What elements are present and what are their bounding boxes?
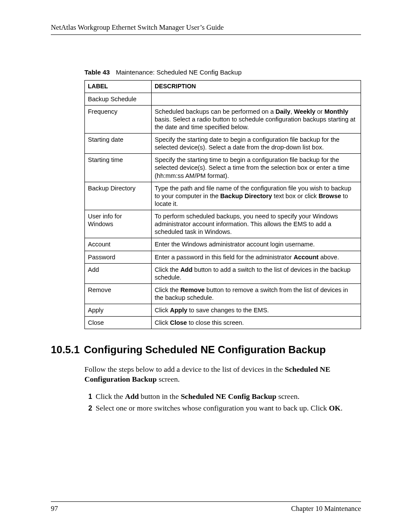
table-cell-label: Password xyxy=(85,251,152,263)
table-row: RemoveClick the Remove button to remove … xyxy=(85,283,361,304)
step-number: 2 xyxy=(84,404,92,412)
table-cell-description: To perform scheduled backups, you need t… xyxy=(152,210,361,238)
footer-rule xyxy=(51,501,361,502)
table-cell-label: Backup Schedule xyxy=(85,93,152,105)
table-cell-label: Apply xyxy=(85,304,152,317)
list-item: 1Click the Add button in the Scheduled N… xyxy=(84,392,361,401)
table-row: ApplyClick Apply to save changes to the … xyxy=(85,304,361,317)
table-cell-description: Click Apply to save changes to the EMS. xyxy=(152,304,361,317)
section-heading: 10.5.1Configuring Scheduled NE Configura… xyxy=(51,344,361,356)
table-row: Starting dateSpecify the starting date t… xyxy=(85,134,361,154)
step-text: Click the Add button in the Scheduled NE… xyxy=(96,392,299,401)
table-row: AddClick the Add button to add a switch … xyxy=(85,263,361,283)
section-number: 10.5.1 xyxy=(51,344,80,356)
table-cell-label: Backup Directory xyxy=(85,182,152,210)
table-row: Backup Schedule xyxy=(85,93,361,105)
table-caption-prefix: Table 43 xyxy=(84,68,110,76)
table-cell-label: Starting time xyxy=(85,154,152,182)
running-header: NetAtlas Workgroup Ethernet Switch Manag… xyxy=(51,23,361,32)
table-cell-description: Specify the starting date to begin a con… xyxy=(152,134,361,154)
footer-chapter: Chapter 10 Maintenance xyxy=(291,504,361,513)
table-cell-label: Account xyxy=(85,238,152,251)
table-caption: Table 43Maintenance: Scheduled NE Config… xyxy=(84,68,361,76)
table-cell-description: Enter the Windows administrator account … xyxy=(152,238,361,251)
table-cell-label: Frequency xyxy=(85,105,152,133)
table-row: FrequencyScheduled backups can be perfor… xyxy=(85,105,361,133)
table-cell-description: Specify the starting time to begin a con… xyxy=(152,154,361,182)
table-cell-description: Type the path and file name of the confi… xyxy=(152,182,361,210)
table-cell-label: Remove xyxy=(85,283,152,304)
table-row: Backup DirectoryType the path and file n… xyxy=(85,182,361,210)
table-cell-description: Click the Add button to add a switch to … xyxy=(152,263,361,283)
table-header-label: LABEL xyxy=(85,81,152,93)
table-row: Starting timeSpecify the starting time t… xyxy=(85,154,361,182)
step-number: 1 xyxy=(84,393,92,401)
table-row: AccountEnter the Windows administrator a… xyxy=(85,238,361,251)
section-title: Configuring Scheduled NE Configuration B… xyxy=(84,344,326,355)
steps-list: 1Click the Add button in the Scheduled N… xyxy=(84,392,361,413)
table-cell-description: Click the Remove button to remove a swit… xyxy=(152,283,361,304)
table-cell-description xyxy=(152,93,361,105)
section-intro: Follow the steps below to add a device t… xyxy=(84,364,361,384)
table-header-row: LABEL DESCRIPTION xyxy=(85,81,361,93)
step-text: Select one or more switches whose config… xyxy=(96,404,342,413)
table-caption-text: Maintenance: Scheduled NE Config Backup xyxy=(116,68,242,76)
table-cell-label: Add xyxy=(85,263,152,283)
table-header-description: DESCRIPTION xyxy=(152,81,361,93)
table-cell-label: Close xyxy=(85,317,152,329)
table-row: PasswordEnter a password in this field f… xyxy=(85,251,361,263)
table-cell-label: Starting date xyxy=(85,134,152,154)
table-cell-description: Scheduled backups can be performed on a … xyxy=(152,105,361,133)
page-footer: 97 Chapter 10 Maintenance xyxy=(51,501,361,513)
table-cell-description: Click Close to close this screen. xyxy=(152,317,361,329)
list-item: 2Select one or more switches whose confi… xyxy=(84,404,361,413)
table-row: User info for WindowsTo perform schedule… xyxy=(85,210,361,238)
page-number: 97 xyxy=(51,504,58,513)
header-rule xyxy=(51,34,361,35)
description-table: LABEL DESCRIPTION Backup ScheduleFrequen… xyxy=(84,80,361,329)
table-cell-description: Enter a password in this field for the a… xyxy=(152,251,361,263)
table-row: CloseClick Close to close this screen. xyxy=(85,317,361,329)
table-cell-label: User info for Windows xyxy=(85,210,152,238)
